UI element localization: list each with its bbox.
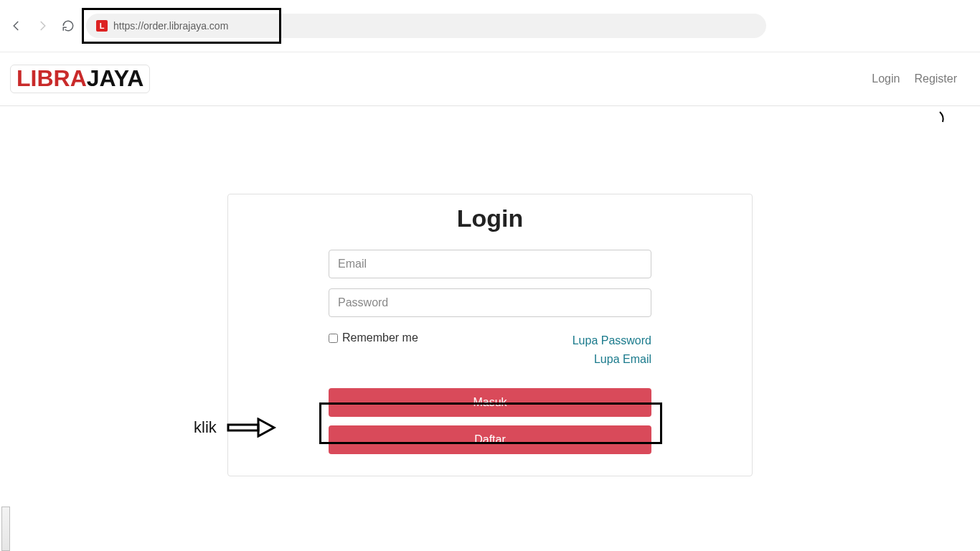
back-icon[interactable]	[10, 19, 23, 32]
annotation-klik-label: klik	[194, 418, 217, 437]
header-link-login[interactable]: Login	[872, 72, 900, 85]
annotation-klik: klik	[194, 418, 277, 438]
register-button[interactable]: Daftar	[329, 425, 651, 454]
window-frame-sliver	[1, 507, 10, 551]
site-header: LIBRAJAYA Login Register	[0, 52, 980, 106]
login-title: Login	[248, 204, 732, 232]
decorative-stroke-icon	[937, 110, 951, 125]
url-text: https://order.librajaya.com	[113, 20, 228, 32]
remember-row: Remember me Lupa Password Lupa Email	[329, 331, 651, 368]
reload-icon[interactable]	[62, 19, 75, 32]
remember-checkbox[interactable]	[329, 334, 338, 343]
remember-text: Remember me	[342, 331, 418, 344]
login-form: Remember me Lupa Password Lupa Email Mas…	[329, 250, 651, 454]
password-input[interactable]	[329, 288, 651, 317]
header-links: Login Register	[872, 72, 957, 85]
forgot-password-link[interactable]: Lupa Password	[573, 331, 651, 350]
forgot-email-link[interactable]: Lupa Email	[573, 350, 651, 369]
logo-part-black: JAYA	[87, 67, 143, 90]
submit-button[interactable]: Masuk	[329, 388, 651, 417]
forward-icon[interactable]	[36, 19, 49, 32]
url-bar[interactable]: L https://order.librajaya.com	[86, 14, 766, 38]
browser-bar: L https://order.librajaya.com	[0, 0, 980, 52]
remember-label[interactable]: Remember me	[329, 331, 418, 344]
login-card: Login Remember me Lupa Password Lupa Ema…	[227, 194, 753, 476]
logo-part-red: LIBRA	[17, 67, 87, 90]
arrow-right-icon	[227, 418, 277, 438]
forgot-links: Lupa Password Lupa Email	[573, 331, 651, 368]
login-card-wrap: Login Remember me Lupa Password Lupa Ema…	[227, 194, 753, 476]
svg-rect-0	[228, 425, 258, 430]
email-input[interactable]	[329, 250, 651, 278]
url-wrapper: L https://order.librajaya.com	[85, 14, 766, 38]
nav-icons	[10, 19, 75, 32]
favicon-icon: L	[96, 20, 108, 32]
site-logo[interactable]: LIBRAJAYA	[10, 65, 150, 93]
header-link-register[interactable]: Register	[914, 72, 957, 85]
